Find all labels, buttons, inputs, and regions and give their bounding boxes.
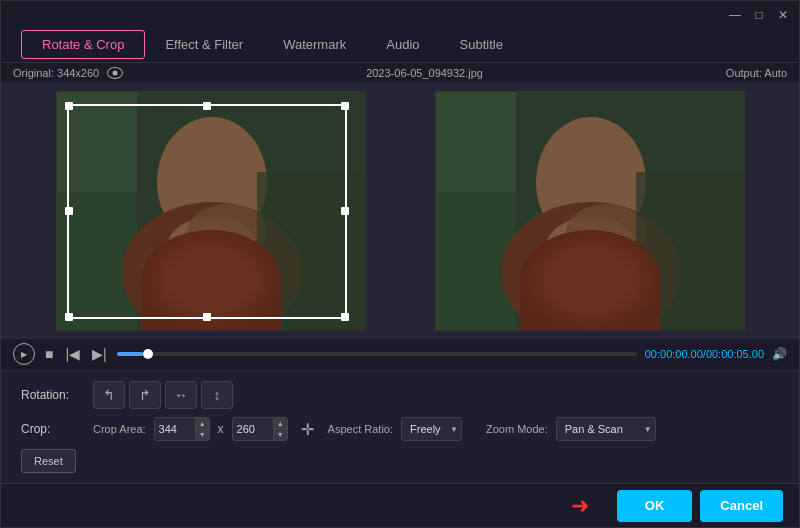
tab-effect-filter[interactable]: Effect & Filter [145, 31, 263, 58]
rotation-label: Rotation: [21, 388, 81, 402]
maximize-button[interactable]: □ [751, 7, 767, 23]
zoom-mode-label: Zoom Mode: [486, 423, 548, 435]
crop-row: Crop: Crop Area: ▲ ▼ x ▲ ▼ [21, 417, 779, 441]
rotate-right-button[interactable]: ↱ [129, 381, 161, 409]
previews-container [1, 83, 799, 339]
progress-dot [143, 349, 153, 359]
output-label: Output: Auto [726, 67, 787, 79]
width-spinners: ▲ ▼ [195, 418, 209, 440]
stop-button[interactable]: ■ [43, 346, 55, 362]
flip-v-icon: ↕ [214, 387, 221, 403]
prev-frame-button[interactable]: |◀ [63, 346, 82, 362]
crop-handle-tl[interactable] [65, 102, 73, 110]
crop-height-input-wrap: ▲ ▼ [232, 417, 288, 441]
width-up-button[interactable]: ▲ [195, 418, 209, 430]
tab-audio[interactable]: Audio [366, 31, 439, 58]
original-size-label: Original: 344x260 [13, 67, 99, 79]
ok-button[interactable]: OK [617, 490, 693, 522]
width-down-button[interactable]: ▼ [195, 430, 209, 441]
svg-rect-9 [436, 92, 516, 192]
height-up-button[interactable]: ▲ [273, 418, 287, 430]
progress-bar-fill [117, 352, 143, 356]
volume-icon[interactable]: 🔊 [772, 347, 787, 361]
progress-bar[interactable] [117, 352, 637, 356]
aspect-ratio-section: Aspect Ratio: Freely 16:9 4:3 1:1 9:16 ▼ [328, 417, 462, 441]
crop-handle-bm[interactable] [203, 313, 211, 321]
right-video-svg [436, 92, 744, 330]
arrow-indicator: ➜ [17, 493, 609, 519]
flip-vertical-button[interactable]: ↕ [201, 381, 233, 409]
rotate-right-icon: ↱ [139, 387, 151, 403]
tab-watermark[interactable]: Watermark [263, 31, 366, 58]
zoom-mode-select[interactable]: Pan & Scan Letter Box Full Screen [556, 417, 656, 441]
crop-handle-ml[interactable] [65, 207, 73, 215]
next-frame-button[interactable]: ▶| [90, 346, 109, 362]
rotate-left-button[interactable]: ↰ [93, 381, 125, 409]
zoom-mode-select-wrap: Pan & Scan Letter Box Full Screen ▼ [556, 417, 656, 441]
cancel-button[interactable]: Cancel [700, 490, 783, 522]
rotate-left-icon: ↰ [103, 387, 115, 403]
crop-handle-mr[interactable] [341, 207, 349, 215]
aspect-ratio-select-wrap: Freely 16:9 4:3 1:1 9:16 ▼ [401, 417, 462, 441]
tabs-bar: Rotate & Crop Effect & Filter Watermark … [1, 28, 799, 63]
close-button[interactable]: ✕ [775, 7, 791, 23]
crosshair-button[interactable]: ✛ [296, 417, 320, 441]
preview-header: Original: 344x260 2023-06-05_094932.jpg … [1, 63, 799, 83]
eye-icon[interactable] [107, 67, 123, 79]
crop-handle-bl[interactable] [65, 313, 73, 321]
crop-handle-tr[interactable] [341, 102, 349, 110]
preview-header-left: Original: 344x260 [13, 67, 123, 79]
reset-row: Reset [21, 449, 779, 473]
playback-bar: ▶ ■ |◀ ▶| 00:00:00.00/00:00:05.00 🔊 [1, 339, 799, 370]
crop-height-input[interactable] [233, 418, 275, 440]
crop-overlay [67, 104, 347, 319]
title-bar: — □ ✕ [1, 1, 799, 28]
aspect-ratio-label: Aspect Ratio: [328, 423, 393, 435]
crop-handle-br[interactable] [341, 313, 349, 321]
crop-area-label: Crop Area: [93, 423, 146, 435]
main-window: — □ ✕ Rotate & Crop Effect & Filter Wate… [0, 0, 800, 528]
x-separator: x [218, 422, 224, 436]
time-display: 00:00:00.00/00:00:05.00 [645, 348, 764, 360]
preview-left [56, 91, 366, 331]
flip-h-icon: ↔ [174, 387, 188, 403]
crop-label: Crop: [21, 422, 81, 436]
aspect-ratio-select[interactable]: Freely 16:9 4:3 1:1 9:16 [401, 417, 462, 441]
bottom-bar: ➜ OK Cancel [1, 483, 799, 527]
svg-rect-15 [636, 172, 744, 330]
height-spinners: ▲ ▼ [273, 418, 287, 440]
crop-width-input-wrap: ▲ ▼ [154, 417, 210, 441]
flip-horizontal-button[interactable]: ↔ [165, 381, 197, 409]
controls-area: Rotation: ↰ ↱ ↔ ↕ Crop: Crop Area: [1, 370, 799, 483]
crop-width-input[interactable] [155, 418, 197, 440]
play-icon: ▶ [21, 350, 27, 359]
height-down-button[interactable]: ▼ [273, 430, 287, 441]
tab-rotate-crop[interactable]: Rotate & Crop [21, 30, 145, 59]
rotation-row: Rotation: ↰ ↱ ↔ ↕ [21, 381, 779, 409]
zoom-mode-section: Zoom Mode: Pan & Scan Letter Box Full Sc… [486, 417, 656, 441]
video-preview-right [436, 92, 744, 330]
preview-right [435, 91, 745, 331]
filename-label: 2023-06-05_094932.jpg [366, 67, 483, 79]
reset-button[interactable]: Reset [21, 449, 76, 473]
red-arrow-icon: ➜ [571, 493, 589, 519]
crop-handle-tm[interactable] [203, 102, 211, 110]
minimize-button[interactable]: — [727, 7, 743, 23]
crop-controls: Crop Area: ▲ ▼ x ▲ ▼ [93, 417, 656, 441]
tab-subtitle[interactable]: Subtitle [440, 31, 523, 58]
rotation-buttons: ↰ ↱ ↔ ↕ [93, 381, 233, 409]
svg-point-14 [566, 204, 646, 260]
play-button[interactable]: ▶ [13, 343, 35, 365]
